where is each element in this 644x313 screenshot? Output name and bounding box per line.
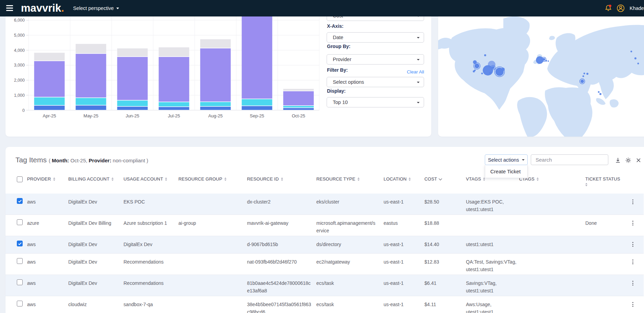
clear-all-link[interactable]: Clear All bbox=[395, 69, 424, 74]
chart-card: 01,0002,0003,0004,0005,0006,000Apr-25May… bbox=[5, 0, 431, 137]
svg-text:2,000: 2,000 bbox=[14, 78, 25, 83]
select-actions-button[interactable]: Select actions bbox=[485, 154, 528, 165]
row-checkbox[interactable] bbox=[17, 279, 23, 285]
sort-icon[interactable] bbox=[165, 177, 167, 181]
cell-usage: sandbox-7-qa bbox=[124, 296, 178, 310]
map-bubble bbox=[483, 65, 493, 76]
cell-ticket bbox=[585, 275, 628, 281]
group-by-label: Group By: bbox=[327, 44, 350, 49]
map-bubble bbox=[581, 80, 584, 83]
cell-group bbox=[178, 254, 247, 259]
table-row: awscloudwizsandbox-7-qa38e4b5bee07145f3a… bbox=[5, 296, 644, 313]
bar-segment-series-cyan bbox=[200, 102, 231, 106]
row-checkbox[interactable] bbox=[17, 258, 23, 264]
bar-segment-series-purple bbox=[242, 12, 272, 98]
column-header-group[interactable]: RESOURCE GROUP bbox=[178, 172, 247, 182]
select-perspective-label: Select perspective bbox=[73, 5, 114, 11]
table-header-row: PROVIDERBILLING ACCOUNTUSAGE ACCOUNTRESO… bbox=[5, 172, 644, 194]
bar-segment-series-gray bbox=[34, 53, 65, 61]
row-actions-icon[interactable] bbox=[632, 302, 636, 307]
cell-provider: aws bbox=[27, 275, 68, 288]
month-value: Oct-25, bbox=[70, 158, 87, 163]
map-landmass bbox=[517, 97, 547, 137]
cell-usage: Recommendations bbox=[124, 254, 178, 267]
settings-gear-icon[interactable] bbox=[625, 157, 631, 163]
sort-icon[interactable] bbox=[281, 177, 283, 181]
column-header-loc[interactable]: LOCATION bbox=[384, 172, 424, 182]
chevron-down-icon bbox=[417, 102, 420, 103]
row-actions-icon[interactable] bbox=[632, 242, 636, 247]
menu-hamburger-icon[interactable] bbox=[6, 5, 13, 11]
x-axis-select[interactable]: Date bbox=[327, 32, 424, 43]
table-row: awsDigitalEx DevRecommendations81b0aae4c… bbox=[5, 275, 644, 296]
bar-segment-series-gray bbox=[117, 48, 148, 56]
menu-item-create-ticket[interactable]: Create Ticket bbox=[485, 165, 527, 178]
row-checkbox[interactable] bbox=[17, 219, 23, 225]
group-by-select[interactable]: Provider bbox=[327, 54, 424, 65]
download-icon[interactable] bbox=[615, 157, 621, 163]
column-header-cost[interactable]: COST bbox=[424, 172, 466, 182]
world-map bbox=[438, 16, 644, 137]
cell-provider: azure bbox=[27, 215, 68, 228]
cell-vtags: Aws:Usage, utest1:utest1 bbox=[466, 296, 519, 313]
bar-segment-series-blue bbox=[34, 106, 65, 110]
svg-text:0: 0 bbox=[22, 108, 25, 113]
cell-loc: us-east-1 bbox=[384, 275, 424, 288]
bar-segment-series-cyan bbox=[34, 97, 65, 105]
column-header-rtype[interactable]: RESOURCE TYPE bbox=[316, 172, 384, 182]
sort-desc-icon[interactable] bbox=[438, 177, 442, 181]
sort-icon[interactable] bbox=[112, 177, 114, 181]
row-actions-icon[interactable] bbox=[632, 199, 636, 204]
x-tick-label: Sep-25 bbox=[250, 113, 264, 118]
column-header-provider[interactable]: PROVIDER bbox=[27, 172, 68, 182]
display-select[interactable]: Top 10 bbox=[327, 97, 424, 107]
user-avatar-icon[interactable] bbox=[616, 4, 625, 13]
map-bubble bbox=[542, 58, 545, 61]
column-header-ctags[interactable]: CTAGS bbox=[519, 172, 585, 182]
row-checkbox[interactable] bbox=[17, 198, 23, 204]
chevron-down-icon bbox=[522, 159, 525, 161]
notifications-bell-icon[interactable] bbox=[604, 4, 613, 13]
sort-icon[interactable] bbox=[537, 177, 539, 181]
table-row: azureDigitalEx Dev BillingAzure subscrip… bbox=[5, 215, 644, 236]
column-header-rid[interactable]: RESOURCE ID bbox=[247, 172, 316, 182]
bar-segment-series-cyan bbox=[283, 106, 314, 108]
map-bubble bbox=[492, 66, 494, 69]
row-checkbox[interactable] bbox=[17, 301, 23, 306]
close-icon[interactable] bbox=[635, 157, 642, 163]
display-select-value: Top 10 bbox=[333, 100, 348, 105]
bar-segment-series-gray bbox=[200, 39, 231, 48]
sort-icon[interactable] bbox=[53, 177, 55, 181]
bar-segment-series-purple bbox=[76, 54, 106, 97]
user-name[interactable]: Khader bbox=[630, 0, 644, 16]
column-header-billing[interactable]: BILLING ACCOUNT bbox=[68, 172, 124, 182]
filter-by-select[interactable]: Select options bbox=[327, 77, 424, 87]
column-header-usage[interactable]: USAGE ACCOUNT bbox=[124, 172, 178, 182]
cell-vtags: Savings:VTag, utest1:utest1 bbox=[466, 275, 519, 296]
provider-label: Provider: bbox=[89, 158, 112, 163]
sort-icon[interactable] bbox=[358, 177, 360, 181]
search-input[interactable] bbox=[531, 154, 608, 165]
select-perspective-dropdown[interactable]: Select perspective bbox=[73, 0, 119, 16]
column-header-ticket[interactable]: TICKET STATUS bbox=[585, 172, 628, 186]
sort-icon[interactable] bbox=[409, 177, 411, 181]
row-actions-icon[interactable] bbox=[632, 221, 636, 225]
sort-icon[interactable] bbox=[224, 177, 226, 181]
cell-usage: DigitalEx Dev bbox=[124, 236, 178, 250]
row-actions-icon[interactable] bbox=[632, 259, 636, 264]
bar-segment-series-purple bbox=[200, 48, 231, 102]
bar-segment-series-gray bbox=[159, 47, 189, 56]
sort-icon[interactable] bbox=[585, 183, 587, 186]
table-row: awsDigitalEx DevEKS POCdx-cluster2eks/cl… bbox=[5, 194, 644, 215]
cell-vtags: utest1:utest1 bbox=[466, 236, 519, 250]
select-all-checkbox[interactable] bbox=[17, 176, 23, 182]
map-bubble bbox=[586, 73, 588, 75]
cell-ticket: Done bbox=[585, 215, 628, 228]
brand-logo[interactable]: mavvrik. bbox=[21, 2, 64, 14]
row-actions-icon[interactable] bbox=[632, 281, 636, 286]
map-bubble bbox=[598, 91, 600, 93]
cell-ticket bbox=[585, 236, 628, 242]
row-checkbox[interactable] bbox=[17, 241, 23, 246]
map-bubble bbox=[475, 63, 479, 68]
map-bubble bbox=[637, 63, 639, 65]
